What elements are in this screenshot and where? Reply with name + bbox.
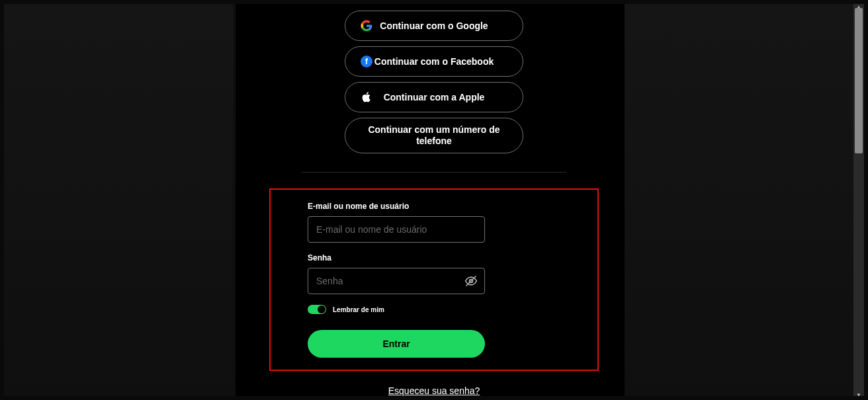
password-group: Senha — [308, 253, 560, 294]
google-button-label: Continuar com o Google — [380, 20, 488, 31]
email-group: E-mail ou nome de usuário — [308, 202, 560, 243]
continue-phone-button[interactable]: Continuar com um número de telefone — [345, 118, 523, 153]
remember-row: Lembrar de mim — [308, 305, 560, 314]
toggle-knob — [318, 305, 326, 313]
remember-me-toggle[interactable] — [308, 305, 326, 314]
facebook-button-label: Continuar com o Facebook — [374, 56, 494, 67]
email-input[interactable] — [308, 216, 485, 243]
password-wrap — [308, 268, 485, 294]
remember-me-label: Lembrar de mim — [333, 306, 384, 313]
divider — [302, 172, 566, 173]
submit-label: Entrar — [382, 339, 410, 349]
email-label: E-mail ou nome de usuário — [308, 202, 560, 211]
eye-off-icon — [464, 274, 478, 288]
toggle-password-visibility-button[interactable] — [464, 274, 478, 288]
password-label: Senha — [308, 253, 560, 262]
login-form-highlighted: E-mail ou nome de usuário Senha — [269, 188, 599, 371]
password-input[interactable] — [308, 268, 485, 294]
login-submit-button[interactable]: Entrar — [308, 330, 485, 358]
scrollbar-thumb[interactable] — [855, 8, 863, 153]
continue-google-button[interactable]: Continuar com o Google — [345, 11, 523, 41]
outer-frame: Continuar com o Google f Continuar com o… — [0, 0, 868, 400]
facebook-icon: f — [360, 55, 373, 68]
scrollbar-track[interactable]: ▲ ▼ — [853, 4, 864, 396]
background-left — [4, 4, 233, 396]
login-card: Continuar com o Google f Continuar com o… — [236, 4, 632, 396]
background-right — [625, 4, 853, 396]
continue-facebook-button[interactable]: f Continuar com o Facebook — [345, 46, 523, 77]
phone-button-label: Continuar com um número de telefone — [359, 124, 509, 147]
forgot-password-link[interactable]: Esqueceu sua senha? — [388, 385, 480, 396]
page-content: Continuar com o Google f Continuar com o… — [4, 4, 864, 396]
apple-button-label: Continuar com a Apple — [384, 92, 485, 102]
scroll-down-arrow-icon[interactable]: ▼ — [855, 392, 862, 396]
google-icon — [360, 19, 373, 32]
continue-apple-button[interactable]: Continuar com a Apple — [345, 82, 523, 112]
apple-icon — [360, 91, 373, 104]
social-login-group: Continuar com o Google f Continuar com o… — [345, 11, 523, 153]
